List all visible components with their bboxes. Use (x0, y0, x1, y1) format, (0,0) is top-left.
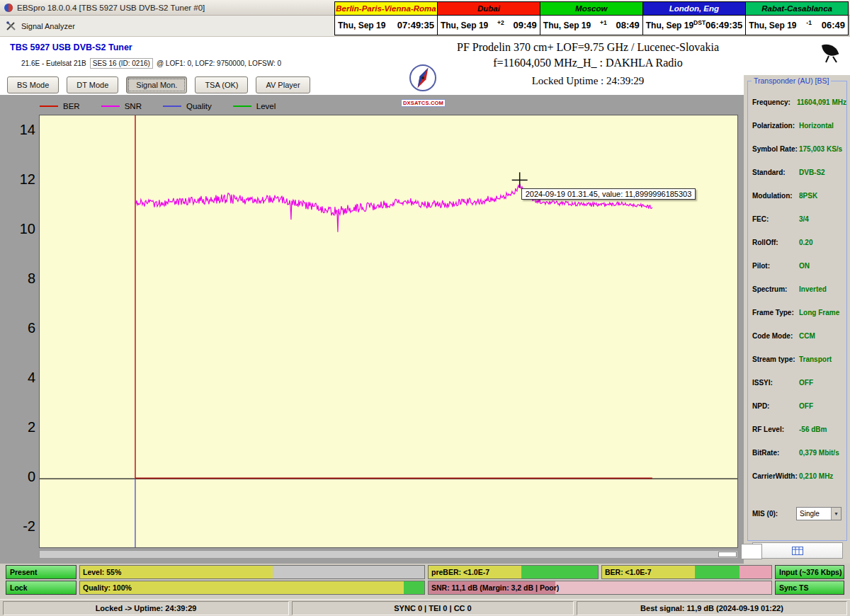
scrollbar-thumb[interactable] (718, 552, 737, 557)
tuner-subtitle: 21.6E - Eutelsat 21B SES 16 (ID: 0216) @… (21, 58, 281, 69)
field-npd: NPD:OFF (748, 401, 846, 424)
clock-time: Thu, Sep 19-106:49 (746, 16, 848, 35)
legend-label: Level (256, 102, 276, 110)
clock-date: Thu, Sep 19 (441, 21, 488, 30)
field-issyi: ISSYI:OFF (748, 377, 846, 401)
satellite-position-label: 21.6E - Eutelsat 21B (21, 59, 86, 67)
status-box-input-376-kbps: Input (~376 Kbps) (775, 565, 844, 579)
tuner-title: TBS 5927 USB DVB-S2 Tuner (10, 42, 132, 52)
clock-date: Thu, Sep 19 (543, 21, 591, 30)
field-label: Standard: (752, 169, 799, 176)
transponder-fields: Frequency:11604,091 MHzPolarization:Hori… (748, 97, 846, 494)
transponder-panel: Transponder (AU) [BS] Frequency:11604,09… (744, 75, 850, 564)
clock-london-eng: London, EngThu, Sep 19DST06:49:35 (642, 2, 745, 35)
y-tick-label: 0 (6, 469, 35, 485)
chart-corner-button[interactable] (741, 544, 762, 559)
status-row-1: PresentLevel: 55%preBER: <1.0E-7BER: <1.… (6, 565, 850, 579)
y-tick-label: -2 (6, 518, 35, 535)
clock-city-label: Berlin-Paris-Vienna-Roma (335, 2, 437, 16)
legend-label: SNR (125, 102, 142, 110)
clock-time: Thu, Sep 19+108:49 (540, 16, 642, 35)
signal-status-bars: PresentLevel: 55%preBER: <1.0E-7BER: <1.… (0, 565, 850, 596)
statusbar: Locked -> Uptime: 24:39:29 SYNC 0 | TEI … (0, 599, 850, 616)
legend-swatch (163, 105, 181, 107)
tab-bs-mode[interactable]: BS Mode (7, 76, 59, 93)
logo-text: DXSATCS.COM (401, 99, 446, 107)
field-label: Symbol Rate: (752, 145, 799, 153)
status-bar-quality-100: Quality: 100% (79, 581, 425, 595)
app-icon (4, 3, 13, 13)
field-value: 0.20 (799, 239, 812, 246)
field-frequency: Frequency:11604,091 MHz (748, 97, 846, 120)
antenna-info: PF Prodelin 370 cm+ LOF=9.75 GHz / Lucen… (368, 40, 808, 55)
field-value: 8PSK (799, 192, 817, 200)
field-stream-type: Stream type:Transport (748, 354, 846, 377)
window-title: EBSpro 18.0.0.4 [TBS 5927 USB DVB-S2 Tun… (17, 4, 205, 12)
ses-id-box: SES 16 (ID: 0216) (90, 58, 153, 69)
clock-city-label: Dubai (438, 2, 540, 16)
field-value: DVB-S2 (799, 169, 825, 176)
clock-hms: 07:49:35 (397, 20, 434, 30)
status-box-sync-ts: Sync TS (775, 581, 844, 595)
field-rf-level: RF Level:-56 dBm (748, 424, 846, 447)
legend-item-level: Level (233, 102, 276, 110)
bar-segment (740, 566, 771, 578)
field-value: Inverted (799, 285, 827, 293)
chart-scrollbar[interactable] (39, 550, 738, 559)
field-label: ISSYI: (752, 379, 799, 387)
y-tick-label: 14 (6, 122, 35, 138)
legend-item-snr: SNR (101, 102, 142, 110)
field-standard: Standard:DVB-S2 (748, 167, 846, 190)
world-clocks: Berlin-Paris-Vienna-RomaThu, Sep 1907:49… (334, 1, 849, 35)
status-row-2: LockQuality: 100%SNR: 11,1 dB (Margin: 3… (6, 581, 850, 595)
chevron-down-icon: ▾ (831, 508, 841, 520)
bar-segment (404, 581, 424, 594)
mis-value: Single (800, 510, 820, 518)
field-label: Frequency: (752, 98, 797, 106)
field-polarization: Polarization:Horizontal (748, 120, 846, 144)
menu-item-signal-analyzer[interactable]: Signal Analyzer (21, 22, 75, 30)
statusbar-best-signal: Best signal: 11,9 dB (2024-09-19 01:22) (577, 601, 847, 615)
field-symbol-rate: Symbol Rate:175,003 KS/s (748, 144, 846, 167)
chart-legend: BERSNRQualityLevel (40, 100, 276, 113)
clock-berlin-paris-vienna-roma: Berlin-Paris-Vienna-RomaThu, Sep 1907:49… (335, 2, 437, 35)
tab-dt-mode[interactable]: DT Mode (67, 76, 118, 93)
menubar: Signal Analyzer (0, 16, 334, 37)
tab-signal-mon[interactable]: Signal Mon. (126, 76, 187, 93)
field-spectrum: Spectrum:Inverted (748, 284, 846, 307)
clock-city-label: London, Eng (643, 2, 745, 16)
y-tick-label: 4 (6, 370, 35, 386)
field-label: Pilot: (752, 262, 799, 270)
clock-rabat-casablanca: Rabat-CasablancaThu, Sep 19-106:49 (745, 2, 848, 35)
bar-label: preBER: <1.0E-7 (431, 568, 489, 576)
chart-plot[interactable]: 2024-09-19 01.31.45, value: 11,899999618… (39, 115, 738, 548)
field-value: 11604,091 MHz (797, 98, 846, 106)
y-tick-label: 6 (6, 320, 35, 336)
mis-dropdown[interactable]: Single ▾ (796, 507, 842, 520)
transponder-title: Transponder (AU) [BS] (752, 76, 831, 85)
field-value: Long Frame (799, 309, 839, 316)
legend-swatch (233, 105, 251, 107)
field-fec: FEC:3/4 (748, 214, 846, 237)
field-label: NPD: (752, 402, 799, 410)
panel-action-button[interactable] (752, 542, 843, 559)
field-label: Stream type: (752, 355, 799, 363)
status-bar-level-55: Level: 55% (79, 565, 425, 579)
clock-hms: 08:49 (616, 20, 639, 30)
y-axis-labels: 14121086420-2 (6, 98, 38, 559)
tab-av-player[interactable]: AV Player (256, 76, 310, 93)
field-label: Polarization: (752, 122, 799, 130)
status-bar-preber-1-0e-7: preBER: <1.0E-7 (428, 565, 599, 579)
clock-utc-offset: +1 (600, 19, 607, 26)
tab-tsa-ok[interactable]: TSA (OK) (195, 76, 248, 93)
clock-date: Thu, Sep 19 (338, 21, 385, 30)
y-tick-label: 2 (6, 419, 35, 435)
field-value: CCM (799, 332, 815, 340)
clock-date: Thu, Sep 19 (749, 21, 796, 30)
clock-city-label: Moscow (540, 2, 642, 16)
legend-swatch (40, 105, 58, 107)
y-tick-label: 10 (6, 221, 35, 237)
field-value: 175,003 KS/s (799, 145, 842, 153)
field-frame-type: Frame Type:Long Frame (748, 307, 846, 331)
clock-moscow: MoscowThu, Sep 19+108:49 (540, 2, 642, 35)
